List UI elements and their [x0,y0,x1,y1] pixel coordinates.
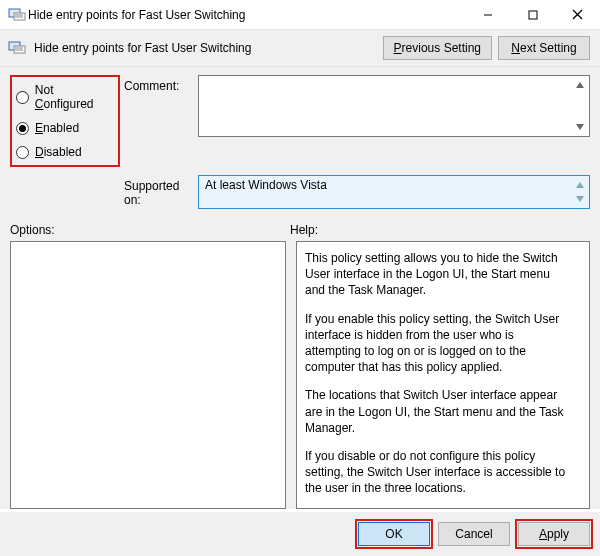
options-label: Options: [10,223,290,237]
svg-rect-5 [529,11,537,19]
radio-icon [16,146,29,159]
next-setting-button[interactable]: Next Setting [498,36,590,60]
dialog-footer: OK Cancel Apply [0,512,600,556]
policy-icon [8,7,28,23]
help-paragraph: This policy setting allows you to hide t… [305,250,571,299]
options-pane [10,241,286,509]
previous-setting-button[interactable]: Previous Setting [383,36,492,60]
close-button[interactable] [555,0,600,29]
help-paragraph: If you disable or do not configure this … [305,448,571,497]
state-radio-group: Not Configured Enabled Disabled [10,75,120,167]
maximize-button[interactable] [510,0,555,29]
radio-icon [16,91,29,104]
help-label: Help: [290,223,318,237]
ok-button[interactable]: OK [358,522,430,546]
radio-disabled[interactable]: Disabled [16,145,114,159]
apply-button[interactable]: Apply [518,522,590,546]
supported-on-value: At least Windows Vista [205,178,327,192]
help-paragraph: The locations that Switch User interface… [305,387,571,436]
help-pane: This policy setting allows you to hide t… [296,241,590,509]
header: Hide entry points for Fast User Switchin… [0,30,600,67]
radio-icon [16,122,29,135]
radio-label: Enabled [35,121,79,135]
scroll-up-icon[interactable] [573,78,587,92]
window-controls [465,0,600,29]
comment-textarea[interactable] [198,75,590,137]
policy-icon [8,40,28,56]
help-paragraph: If you enable this policy setting, the S… [305,311,571,376]
titlebar: Hide entry points for Fast User Switchin… [0,0,600,30]
radio-enabled[interactable]: Enabled [16,121,114,135]
scroll-down-icon[interactable] [573,120,587,134]
scroll-up-icon[interactable] [573,178,587,192]
radio-label: Disabled [35,145,82,159]
radio-not-configured[interactable]: Not Configured [16,83,114,111]
cancel-button[interactable]: Cancel [438,522,510,546]
policy-title: Hide entry points for Fast User Switchin… [34,41,377,55]
window-title: Hide entry points for Fast User Switchin… [28,8,465,22]
supported-label: Supported on: [124,175,194,207]
content: Not Configured Enabled Disabled Comment:… [0,67,600,509]
radio-label: Not Configured [35,83,114,111]
scroll-down-icon[interactable] [573,192,587,206]
comment-label: Comment: [124,75,194,167]
supported-on-field: At least Windows Vista [198,175,590,209]
minimize-button[interactable] [465,0,510,29]
